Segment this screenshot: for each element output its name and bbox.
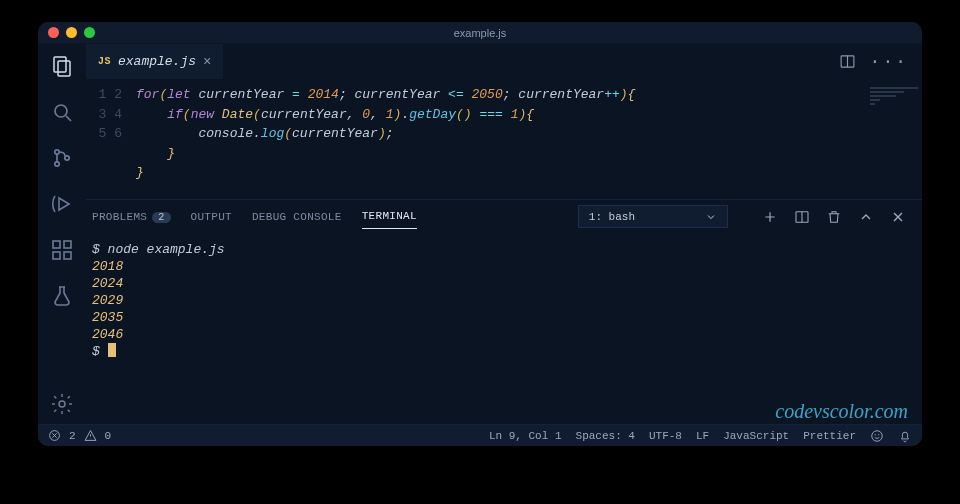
search-icon[interactable] (50, 100, 74, 124)
terminal-cursor (108, 343, 116, 357)
settings-gear-icon[interactable] (50, 392, 74, 416)
svg-point-26 (872, 430, 883, 441)
notifications-bell-icon[interactable] (898, 429, 912, 443)
terminal-selector[interactable]: 1: bash (578, 205, 728, 228)
terminal-output[interactable]: $ node example.js 2018 2024 2029 2035 20… (86, 233, 922, 424)
maximize-panel-icon[interactable] (858, 209, 874, 225)
svg-rect-1 (58, 61, 70, 76)
vscode-window: example.js JS example.js × (38, 22, 922, 446)
minimap[interactable] (870, 85, 918, 137)
feedback-icon[interactable] (870, 429, 884, 443)
panel-tab-terminal[interactable]: TERMINAL (362, 204, 417, 229)
activity-bar (38, 44, 86, 424)
main-area: JS example.js × ··· 1 2 3 4 5 6 for(let … (38, 44, 922, 424)
svg-point-2 (55, 105, 67, 117)
tab-filename: example.js (118, 54, 196, 69)
panel-tabs: PROBLEMS2 OUTPUT DEBUG CONSOLE TERMINAL … (86, 200, 922, 233)
line-gutter: 1 2 3 4 5 6 (86, 79, 136, 199)
status-problems[interactable]: 2 0 (48, 429, 111, 442)
svg-point-5 (55, 162, 59, 166)
svg-point-4 (55, 150, 59, 154)
kill-terminal-icon[interactable] (826, 209, 842, 225)
warning-count-icon (84, 429, 97, 442)
svg-point-6 (65, 156, 69, 160)
tab-bar: JS example.js × ··· (86, 44, 922, 79)
status-formatter[interactable]: Prettier (803, 430, 856, 442)
explorer-icon[interactable] (50, 54, 74, 78)
tab-example-js[interactable]: JS example.js × (86, 44, 223, 79)
status-indent[interactable]: Spaces: 4 (576, 430, 635, 442)
svg-point-28 (878, 434, 879, 435)
svg-point-12 (59, 401, 65, 407)
titlebar: example.js (38, 22, 922, 44)
svg-rect-8 (53, 241, 60, 248)
close-panel-icon[interactable] (890, 209, 906, 225)
status-eol[interactable]: LF (696, 430, 709, 442)
terminal-selector-label: 1: bash (589, 211, 635, 223)
new-terminal-icon[interactable] (762, 209, 778, 225)
svg-rect-9 (53, 252, 60, 259)
debug-icon[interactable] (50, 192, 74, 216)
source-control-icon[interactable] (50, 146, 74, 170)
more-actions-icon[interactable]: ··· (870, 52, 908, 72)
split-editor-icon[interactable] (839, 53, 856, 70)
status-cursor-position[interactable]: Ln 9, Col 1 (489, 430, 562, 442)
svg-rect-10 (64, 252, 71, 259)
testing-icon[interactable] (50, 284, 74, 308)
window-title: example.js (38, 27, 922, 39)
svg-rect-11 (64, 241, 71, 248)
svg-line-3 (66, 116, 71, 121)
tab-lang-badge: JS (98, 56, 111, 67)
svg-rect-0 (54, 57, 66, 72)
split-terminal-icon[interactable] (794, 209, 810, 225)
chevron-down-icon (705, 211, 717, 223)
panel-tab-problems[interactable]: PROBLEMS2 (92, 205, 171, 229)
panel-tab-debug-console[interactable]: DEBUG CONSOLE (252, 205, 342, 229)
status-language[interactable]: JavaScript (723, 430, 789, 442)
watermark-text: codevscolor.com (775, 403, 908, 420)
status-bar: 2 0 Ln 9, Col 1 Spaces: 4 UTF-8 LF JavaS… (38, 424, 922, 446)
tab-actions: ··· (839, 44, 922, 79)
bottom-panel: PROBLEMS2 OUTPUT DEBUG CONSOLE TERMINAL … (86, 199, 922, 424)
status-encoding[interactable]: UTF-8 (649, 430, 682, 442)
panel-tab-output[interactable]: OUTPUT (191, 205, 232, 229)
svg-marker-7 (59, 198, 69, 210)
extensions-icon[interactable] (50, 238, 74, 262)
code-content[interactable]: for(let currentYear = 2014; currentYear … (136, 79, 922, 199)
error-count-icon (48, 429, 61, 442)
code-editor[interactable]: 1 2 3 4 5 6 for(let currentYear = 2014; … (86, 79, 922, 199)
tab-close-icon[interactable]: × (203, 54, 211, 70)
editor-column: JS example.js × ··· 1 2 3 4 5 6 for(let … (86, 44, 922, 424)
svg-point-27 (875, 434, 876, 435)
